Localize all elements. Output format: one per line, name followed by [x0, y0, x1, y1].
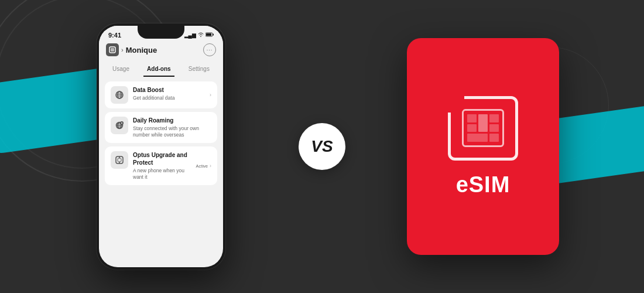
svg-rect-2 — [206, 33, 211, 36]
data-boost-desc: Get additional data — [133, 95, 205, 101]
phone-notch — [138, 26, 184, 39]
right-side: eSIM — [322, 0, 644, 293]
daily-roaming-content: Daily Roaming Stay connected with your o… — [133, 117, 207, 138]
chip-cell-6 — [467, 134, 488, 142]
chevron-icon: › — [210, 163, 211, 169]
user-name: Monique — [126, 46, 157, 54]
sim-notch — [448, 96, 464, 113]
status-icons: ▂▄▆ — [184, 32, 214, 38]
optus-upgrade-desc: A new phone when you want it — [133, 168, 191, 180]
chip-cell-1 — [467, 114, 477, 122]
menu-item-optus-upgrade[interactable]: Optus Upgrade and Protect A new phone wh… — [105, 146, 217, 185]
esim-label: eSIM — [456, 172, 511, 197]
chip-cell-2 — [478, 114, 488, 132]
optus-upgrade-content: Optus Upgrade and Protect A new phone wh… — [133, 151, 191, 180]
svg-rect-4 — [111, 48, 114, 52]
daily-roaming-icon — [111, 117, 128, 134]
left-side: 9:41 ▂▄▆ — [0, 0, 322, 293]
vs-circle: VS — [299, 123, 345, 170]
active-badge: Active — [196, 163, 208, 169]
svg-rect-16 — [118, 158, 121, 162]
app-header-left: › Monique — [106, 43, 157, 56]
chevron-icon: › — [210, 92, 211, 98]
phone-mockup: 9:41 ▂▄▆ — [97, 23, 225, 270]
data-boost-chevron: › — [210, 92, 211, 98]
data-boost-icon — [111, 86, 128, 104]
tab-addons[interactable]: Add-ons — [143, 64, 174, 77]
app-icon — [106, 43, 119, 56]
phone-screen: 9:41 ▂▄▆ — [99, 26, 223, 267]
dots-label: ··· — [207, 47, 213, 53]
battery-icon — [205, 32, 214, 38]
optus-upgrade-right: Active › — [196, 163, 211, 169]
back-chevron: › — [121, 46, 124, 53]
svg-rect-1 — [213, 34, 214, 36]
optus-upgrade-icon — [111, 151, 128, 169]
esim-card: eSIM — [407, 38, 559, 255]
chip-cell-4 — [467, 124, 477, 132]
menu-list: Data Boost Get additional data › — [99, 77, 223, 190]
data-boost-title: Data Boost — [133, 86, 205, 94]
signal-icon: ▂▄▆ — [184, 32, 196, 38]
status-time: 9:41 — [108, 32, 121, 39]
sim-chip — [462, 109, 504, 147]
sim-icon — [448, 96, 518, 161]
menu-item-daily-roaming[interactable]: Daily Roaming Stay connected with your o… — [105, 112, 217, 143]
sim-body — [448, 96, 518, 161]
app-header: › Monique ··· — [99, 41, 223, 61]
chip-cell-7 — [489, 134, 499, 142]
chip-cell-3 — [489, 114, 499, 122]
data-boost-content: Data Boost Get additional data — [133, 86, 205, 101]
tab-settings[interactable]: Settings — [185, 64, 213, 77]
tab-usage[interactable]: Usage — [109, 64, 133, 77]
tabs-bar: Usage Add-ons Settings — [99, 61, 223, 77]
daily-roaming-title: Daily Roaming — [133, 117, 207, 124]
options-button[interactable]: ··· — [203, 43, 216, 56]
vs-label: VS — [311, 137, 333, 156]
wifi-icon — [198, 32, 204, 38]
menu-item-data-boost[interactable]: Data Boost Get additional data › — [105, 81, 217, 108]
main-content: 9:41 ▂▄▆ — [0, 0, 644, 293]
daily-roaming-desc: Stay connected with your own number whil… — [133, 125, 207, 138]
optus-upgrade-title: Optus Upgrade and Protect — [133, 151, 191, 166]
chip-cell-5 — [489, 124, 499, 132]
